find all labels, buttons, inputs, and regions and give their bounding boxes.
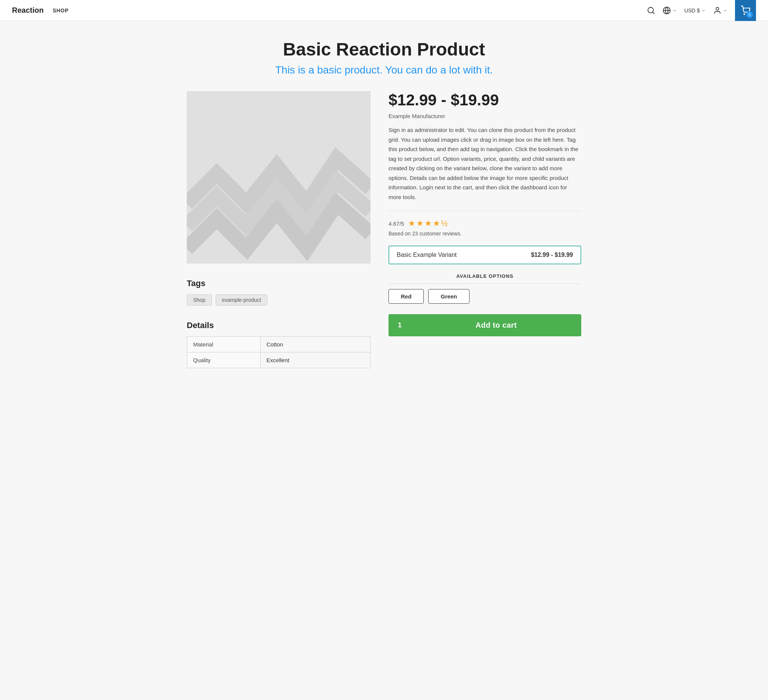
star-rating: ★ ★ ★ ★ ½: [408, 219, 448, 229]
star-3: ★: [424, 219, 432, 229]
search-icon: [647, 6, 655, 14]
search-button[interactable]: [647, 6, 655, 14]
cart-badge: 0: [746, 11, 753, 18]
navbar: Reaction SHOP USD $: [0, 0, 768, 21]
details-heading: Details: [187, 321, 371, 330]
product-right-column: $12.99 - $19.99 Example Manufacturer Sig…: [389, 91, 581, 336]
table-row: Quality Excellent: [187, 352, 371, 368]
tags-heading: Tags: [187, 278, 371, 288]
tag-shop[interactable]: Shop: [187, 294, 212, 305]
chevron-down-icon: [723, 8, 728, 13]
variant-price: $12.99 - $19.99: [531, 252, 573, 258]
currency-label: USD $: [684, 8, 700, 13]
options-buttons: Red Green: [389, 289, 581, 304]
product-body: Tags Shop example-product Details Materi…: [187, 91, 581, 368]
account-button[interactable]: [713, 6, 728, 14]
quantity-display: 1: [389, 314, 411, 336]
product-header: Basic Reaction Product This is a basic p…: [187, 39, 581, 76]
detail-label-quality: Quality: [187, 352, 261, 368]
table-row: Material Cotton: [187, 337, 371, 352]
product-price-range: $12.99 - $19.99: [389, 91, 581, 109]
option-green-button[interactable]: Green: [428, 289, 469, 304]
variant-name: Basic Example Variant: [397, 252, 457, 258]
page-container: Basic Reaction Product This is a basic p…: [178, 21, 590, 391]
globe-icon: [662, 6, 671, 14]
options-label: AVAILABLE OPTIONS: [389, 273, 581, 279]
option-red-button[interactable]: Red: [389, 289, 424, 304]
detail-value-material: Cotton: [260, 337, 370, 352]
details-section: Details Material Cotton Quality Excellen…: [187, 321, 371, 368]
chevron-down-icon: [672, 8, 677, 13]
svg-line-1: [653, 12, 654, 13]
product-manufacturer: Example Manufacturer: [389, 113, 581, 119]
star-4: ★: [433, 219, 440, 229]
nav-icons: USD $ 0: [647, 0, 756, 21]
product-title: Basic Reaction Product: [187, 39, 581, 60]
rating-row: 4.67/5 ★ ★ ★ ★ ½: [389, 219, 581, 229]
add-to-cart-button[interactable]: Add to cart: [411, 314, 581, 336]
brand-logo[interactable]: Reaction: [12, 6, 43, 14]
detail-value-quality: Excellent: [260, 352, 370, 368]
product-description: Sign in as administrator to edit. You ca…: [389, 125, 581, 211]
product-left-column: Tags Shop example-product Details Materi…: [187, 91, 371, 368]
detail-label-material: Material: [187, 337, 261, 352]
variant-selector[interactable]: Basic Example Variant $12.99 - $19.99: [389, 246, 581, 264]
options-divider: [389, 283, 581, 284]
star-half: ½: [441, 219, 448, 229]
tags-list: Shop example-product: [187, 294, 371, 305]
currency-button[interactable]: USD $: [684, 8, 706, 13]
options-section: AVAILABLE OPTIONS Red Green: [389, 273, 581, 304]
product-subtitle: This is a basic product. You can do a lo…: [187, 64, 581, 76]
product-image: [187, 91, 371, 264]
star-2: ★: [416, 219, 424, 229]
cart-button[interactable]: 0: [735, 0, 756, 21]
details-table: Material Cotton Quality Excellent: [187, 336, 371, 368]
tags-section: Tags Shop example-product: [187, 278, 371, 305]
tag-example-product[interactable]: example-product: [216, 294, 267, 305]
reviews-count: Based on 23 customer reviews.: [389, 230, 581, 237]
add-to-cart-row: 1 Add to cart: [389, 314, 581, 336]
svg-point-5: [744, 13, 745, 14]
svg-point-4: [716, 7, 718, 10]
chevron-down-icon: [701, 8, 706, 13]
shop-nav-link[interactable]: SHOP: [53, 8, 68, 13]
rating-score: 4.67/5: [389, 221, 404, 227]
language-button[interactable]: [662, 6, 677, 14]
placeholder-graphic: [187, 91, 371, 264]
star-1: ★: [408, 219, 416, 229]
user-icon: [713, 6, 722, 14]
